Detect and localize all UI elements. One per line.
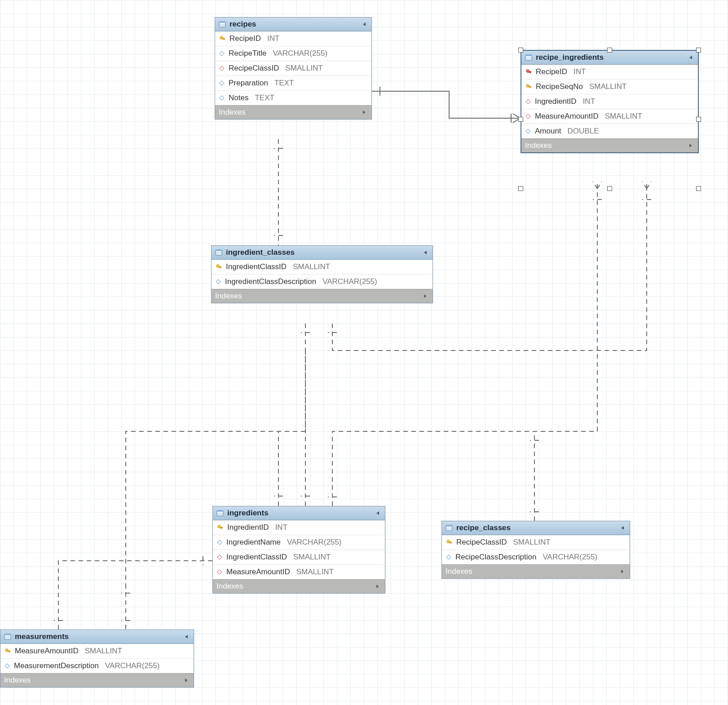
table-header[interactable]: measurements bbox=[0, 630, 194, 644]
rel-recipe-classes-to-recipe-ingredients bbox=[530, 431, 539, 521]
column-icon bbox=[446, 554, 452, 560]
table-ingredient-classes[interactable]: ingredient_classes IngredientClassID SMA… bbox=[211, 245, 433, 303]
column-name: Amount bbox=[535, 127, 561, 136]
column-row[interactable]: Preparation TEXT bbox=[215, 76, 371, 91]
column-row[interactable]: MeasurementDescription VARCHAR(255) bbox=[0, 659, 194, 673]
collapse-icon[interactable] bbox=[374, 510, 381, 517]
table-title: recipe_ingredients bbox=[536, 53, 684, 62]
selection-handle[interactable] bbox=[696, 117, 701, 122]
column-name: IngredientID bbox=[227, 523, 269, 532]
expand-icon[interactable] bbox=[183, 677, 190, 684]
indexes-section[interactable]: Indexes bbox=[521, 138, 698, 152]
table-header[interactable]: recipe_ingredients bbox=[521, 51, 698, 65]
table-recipes[interactable]: recipes RecipeID INT RecipeTitle VARCHAR… bbox=[215, 17, 372, 120]
column-list: RecipeID INT RecipeTitle VARCHAR(255) Re… bbox=[215, 31, 371, 105]
foreign-key-icon bbox=[525, 113, 531, 120]
column-row[interactable]: RecipeClassDescription VARCHAR(255) bbox=[442, 550, 630, 564]
column-type: TEXT bbox=[274, 79, 294, 88]
selection-handle[interactable] bbox=[607, 186, 612, 191]
column-type: VARCHAR(255) bbox=[543, 553, 597, 562]
table-title: measurements bbox=[15, 632, 179, 641]
collapse-icon[interactable] bbox=[183, 633, 190, 640]
table-icon bbox=[216, 510, 224, 517]
table-header[interactable]: recipes bbox=[215, 18, 371, 31]
table-measurements[interactable]: measurements MeasureAmountID SMALLINT Me… bbox=[0, 630, 194, 687]
column-row[interactable]: Notes TEXT bbox=[215, 91, 371, 105]
column-row[interactable]: IngredientClassDescription VARCHAR(255) bbox=[212, 275, 432, 289]
primary-key-icon bbox=[219, 35, 226, 42]
indexes-section[interactable]: Indexes bbox=[213, 579, 385, 593]
diagram-canvas[interactable]: recipes RecipeID INT RecipeTitle VARCHAR… bbox=[0, 0, 728, 705]
table-title: ingredients bbox=[227, 509, 371, 518]
collapse-icon[interactable] bbox=[361, 21, 368, 28]
table-recipe-ingredients[interactable]: recipe_ingredients RecipeID INT RecipeSe… bbox=[521, 50, 698, 153]
column-type: VARCHAR(255) bbox=[322, 277, 377, 286]
table-title: recipes bbox=[229, 20, 357, 29]
column-name: RecipeTitle bbox=[229, 49, 266, 58]
primary-key-icon bbox=[215, 263, 222, 270]
expand-icon[interactable] bbox=[687, 142, 694, 149]
column-row[interactable]: RecipeSeqNo SMALLINT bbox=[521, 80, 698, 94]
primary-key-icon bbox=[446, 539, 453, 546]
foreign-key-icon bbox=[216, 554, 223, 560]
table-header[interactable]: recipe_classes bbox=[442, 521, 630, 535]
svg-rect-5 bbox=[219, 22, 225, 23]
column-type: SMALLINT bbox=[285, 64, 322, 73]
column-name: RecipeClassID bbox=[456, 538, 507, 547]
svg-rect-17 bbox=[530, 71, 531, 73]
collapse-icon[interactable] bbox=[422, 249, 429, 256]
expand-icon[interactable] bbox=[619, 568, 626, 575]
table-header[interactable]: ingredient_classes bbox=[212, 246, 432, 260]
column-type: VARCHAR(255) bbox=[287, 538, 342, 547]
column-row[interactable]: IngredientClassID SMALLINT bbox=[212, 260, 432, 275]
rel-ingredients-to-recipe-ingredients bbox=[328, 182, 602, 506]
table-icon bbox=[446, 524, 453, 532]
collapse-icon[interactable] bbox=[687, 54, 694, 61]
column-type: VARCHAR(255) bbox=[105, 661, 160, 670]
column-row[interactable]: RecipeID INT bbox=[521, 65, 698, 80]
column-row[interactable]: MeasureAmountID SMALLINT bbox=[213, 565, 385, 579]
column-type: SMALLINT bbox=[296, 568, 334, 576]
indexes-section[interactable]: Indexes bbox=[215, 105, 371, 119]
indexes-section[interactable]: Indexes bbox=[442, 564, 630, 578]
expand-icon[interactable] bbox=[374, 583, 381, 590]
primary-key-icon bbox=[4, 647, 11, 655]
column-row[interactable]: MeasureAmountID SMALLINT bbox=[0, 644, 194, 659]
selection-handle[interactable] bbox=[696, 48, 701, 53]
column-list: MeasureAmountID SMALLINT MeasurementDesc… bbox=[0, 644, 194, 673]
column-icon bbox=[4, 663, 10, 669]
column-name: IngredientName bbox=[226, 538, 281, 547]
column-row[interactable]: IngredientID INT bbox=[213, 520, 385, 535]
column-name: MeasureAmountID bbox=[15, 647, 79, 656]
column-row[interactable]: MeasureAmountID SMALLINT bbox=[521, 109, 698, 124]
column-name: MeasureAmountID bbox=[226, 568, 290, 576]
column-row[interactable]: RecipeClassID SMALLINT bbox=[215, 61, 371, 76]
selection-handle[interactable] bbox=[518, 48, 523, 53]
column-row[interactable]: RecipeID INT bbox=[215, 31, 371, 46]
expand-icon[interactable] bbox=[361, 109, 368, 116]
column-row[interactable]: IngredientName VARCHAR(255) bbox=[213, 535, 385, 550]
selection-handle[interactable] bbox=[607, 48, 612, 53]
column-name: MeasureAmountID bbox=[535, 112, 599, 121]
selection-handle[interactable] bbox=[696, 186, 701, 191]
column-row[interactable]: Amount DOUBLE bbox=[521, 124, 698, 138]
indexes-section[interactable]: Indexes bbox=[0, 673, 194, 687]
foreign-key-icon bbox=[216, 569, 223, 575]
column-row[interactable]: RecipeClassID SMALLINT bbox=[442, 535, 630, 550]
expand-icon[interactable] bbox=[422, 293, 429, 300]
column-type: SMALLINT bbox=[293, 262, 330, 271]
selection-handle[interactable] bbox=[518, 117, 523, 122]
column-name: RecipeClassDescription bbox=[455, 553, 536, 562]
collapse-icon[interactable] bbox=[619, 524, 626, 532]
indexes-section[interactable]: Indexes bbox=[212, 289, 432, 303]
table-ingredients[interactable]: ingredients IngredientID INT IngredientN… bbox=[212, 506, 385, 594]
column-list: RecipeClassID SMALLINT RecipeClassDescri… bbox=[442, 535, 630, 564]
svg-rect-36 bbox=[446, 525, 452, 527]
table-header[interactable]: ingredients bbox=[213, 506, 385, 520]
table-recipe-classes[interactable]: recipe_classes RecipeClassID SMALLINT Re… bbox=[441, 521, 630, 579]
selection-handle[interactable] bbox=[518, 186, 523, 191]
column-icon bbox=[216, 539, 223, 545]
column-row[interactable]: RecipeTitle VARCHAR(255) bbox=[215, 46, 371, 61]
column-row[interactable]: IngredientID INT bbox=[521, 94, 698, 109]
column-row[interactable]: IngredientClassID SMALLINT bbox=[213, 550, 385, 565]
